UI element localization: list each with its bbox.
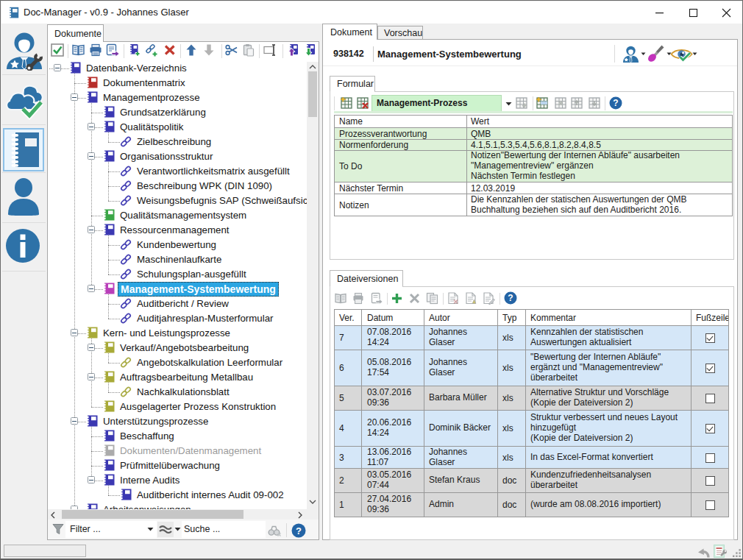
svg-text:?: ?: [296, 525, 302, 536]
svg-text:?: ?: [508, 293, 513, 303]
svg-text:?: ?: [613, 98, 618, 108]
